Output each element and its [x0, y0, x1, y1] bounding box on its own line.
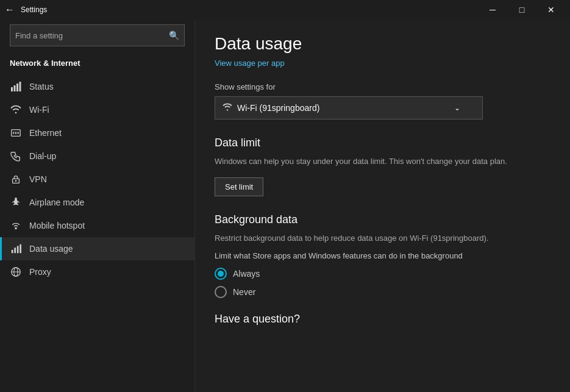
back-button[interactable]: ←	[5, 4, 15, 15]
sidebar-section-title: Network & Internet	[0, 54, 194, 75]
network-dropdown[interactable]: Wi-Fi (91springboard) ⌄	[215, 96, 483, 119]
sidebar-item-proxy[interactable]: Proxy	[0, 260, 194, 283]
search-icon: 🔍	[169, 30, 179, 40]
radio-always-inner	[218, 271, 224, 277]
background-data-section: Background data Restrict background data…	[215, 213, 550, 299]
sidebar-item-status-label: Status	[29, 82, 54, 91]
ethernet-icon	[10, 127, 22, 138]
svg-rect-3	[20, 82, 21, 91]
data-limit-title: Data limit	[215, 137, 550, 149]
sidebar-item-hotspot-label: Mobile hotspot	[29, 221, 85, 230]
limit-label: Limit what Store apps and Windows featur…	[215, 251, 550, 260]
vpn-icon	[10, 174, 22, 185]
svg-rect-13	[17, 246, 19, 254]
sidebar-item-wifi-label: Wi-Fi	[29, 105, 49, 115]
minimize-button[interactable]: ─	[479, 0, 507, 20]
network-dropdown-wrapper: Wi-Fi (91springboard) ⌄	[215, 96, 550, 119]
sidebar-item-vpn[interactable]: VPN	[0, 168, 194, 191]
background-data-radio-group: Always Never	[215, 268, 550, 298]
svg-rect-2	[16, 84, 18, 91]
radio-never-outer	[215, 286, 227, 298]
sidebar-item-dialup[interactable]: Dial-up	[0, 144, 194, 168]
sidebar: 🔍 Network & Internet Status	[0, 20, 195, 392]
sidebar-nav: Status Wi-Fi	[0, 75, 194, 392]
radio-never-label: Never	[233, 287, 255, 297]
set-limit-button[interactable]: Set limit	[215, 177, 263, 196]
sidebar-item-airplane-label: Airplane mode	[29, 198, 84, 207]
svg-point-9	[15, 180, 17, 182]
search-input[interactable]	[15, 31, 169, 40]
sidebar-item-proxy-label: Proxy	[29, 267, 51, 277]
view-usage-per-app-link[interactable]: View usage per app	[215, 59, 550, 68]
radio-always[interactable]: Always	[215, 268, 550, 280]
search-box[interactable]: 🔍	[10, 24, 185, 46]
close-button[interactable]: ✕	[537, 0, 565, 20]
sidebar-item-hotspot[interactable]: Mobile hotspot	[0, 214, 194, 237]
svg-rect-6	[15, 132, 16, 134]
dropdown-content: Wi-Fi (91springboard)	[223, 102, 319, 114]
sidebar-item-datausage[interactable]: Data usage	[0, 237, 194, 260]
content-area: Data usage View usage per app Show setti…	[195, 20, 570, 392]
svg-rect-11	[12, 250, 13, 253]
dropdown-value: Wi-Fi (91springboard)	[237, 103, 319, 113]
svg-rect-14	[20, 244, 21, 253]
sidebar-item-ethernet[interactable]: Ethernet	[0, 121, 194, 144]
wifi-icon	[10, 104, 22, 115]
hotspot-icon	[10, 220, 22, 231]
main-layout: 🔍 Network & Internet Status	[0, 20, 570, 392]
title-bar-title: Settings	[21, 5, 479, 14]
sidebar-item-status[interactable]: Status	[0, 75, 194, 98]
radio-always-label: Always	[233, 269, 260, 279]
page-title: Data usage	[215, 34, 550, 54]
window-controls: ─ □ ✕	[479, 0, 565, 20]
show-settings-label: Show settings for	[215, 82, 550, 91]
svg-rect-5	[13, 132, 15, 134]
status-icon	[10, 81, 22, 92]
svg-rect-0	[11, 87, 13, 91]
background-data-description: Restrict background data to help reduce …	[215, 232, 550, 244]
sidebar-item-airplane[interactable]: Airplane mode	[0, 191, 194, 214]
background-data-title: Background data	[215, 213, 550, 226]
sidebar-item-datausage-label: Data usage	[29, 244, 73, 254]
proxy-icon	[10, 266, 22, 277]
data-limit-description: Windows can help you stay under your dat…	[215, 155, 550, 168]
svg-rect-1	[14, 85, 16, 91]
radio-always-outer	[215, 268, 227, 280]
sidebar-item-vpn-label: VPN	[29, 174, 47, 184]
svg-rect-7	[18, 132, 19, 134]
sidebar-header: 🔍	[0, 20, 194, 54]
dropdown-arrow-icon: ⌄	[454, 104, 460, 112]
dialup-icon	[10, 151, 22, 162]
have-question-title: Have a question?	[215, 313, 550, 326]
sidebar-item-dialup-label: Dial-up	[29, 151, 56, 161]
datausage-icon	[10, 243, 22, 254]
radio-never[interactable]: Never	[215, 286, 550, 298]
svg-rect-12	[14, 248, 16, 253]
dropdown-wifi-icon	[223, 102, 232, 114]
maximize-button[interactable]: □	[508, 0, 536, 20]
title-bar: ← Settings ─ □ ✕	[0, 0, 570, 20]
svg-point-10	[15, 227, 17, 230]
airplane-icon	[10, 197, 22, 208]
sidebar-item-wifi[interactable]: Wi-Fi	[0, 98, 194, 121]
sidebar-item-ethernet-label: Ethernet	[29, 128, 62, 138]
